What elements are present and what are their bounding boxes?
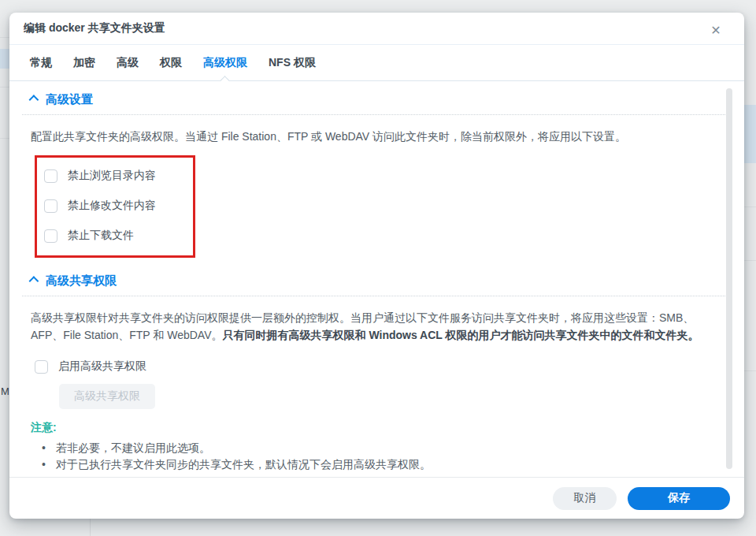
checkbox-row-enable-advanced-share-permissions[interactable]: 启用高级共享权限 [28,357,732,376]
red-annotation-box: 禁止浏览目录内容 禁止修改文件内容 禁止下载文件 [35,155,195,258]
tab-general[interactable]: 常规 [30,46,52,80]
advanced-share-permissions-description: 高级共享权限针对共享文件夹的访问权限提供一层额外的控制权。当用户通过以下文件服务… [31,309,732,344]
note-item: • 若非必要，不建议启用此选项。 [42,440,732,456]
vertical-scrollbar-thumb[interactable] [726,88,732,469]
section-header-advanced-share-permissions[interactable]: 高级共享权限 [22,270,732,296]
bullet-icon: • [42,440,46,456]
checkbox-label: 禁止修改文件内容 [68,199,156,213]
note-item: • 对于已执行共享文件夹同步的共享文件夹，默认情况下会启用高级共享权限。 [42,456,732,473]
background-row-divider [0,138,9,139]
section-header-advanced-settings[interactable]: 高级设置 [22,89,732,115]
disable-downloading-checkbox[interactable] [44,229,57,243]
background-selected-row-left [0,49,9,69]
background-column-divider [90,519,91,536]
checkbox-row-disable-browsing[interactable]: 禁止浏览目录内容 [37,161,193,191]
chevron-up-icon [29,95,39,105]
save-button[interactable]: 保存 [628,487,730,510]
tab-nfs-permissions[interactable]: NFS 权限 [269,46,316,80]
disable-modifying-checkbox[interactable] [44,199,57,213]
tab-advanced[interactable]: 高级 [117,46,139,80]
note-list: • 若非必要，不建议启用此选项。 • 对于已执行共享文件夹同步的共享文件夹，默认… [31,440,732,473]
enable-advanced-share-permissions-checkbox[interactable] [35,360,48,374]
background-row-divider [744,370,756,371]
checkbox-label: 启用高级共享权限 [58,359,146,374]
section-title: 高级设置 [46,92,93,107]
description-bold: 只有同时拥有高级共享权限和 Windows ACL 权限的用户才能访问共享文件夹… [223,329,699,341]
dialog-title: 编辑 docker 共享文件夹设置 [24,21,165,35]
cancel-button[interactable]: 取消 [553,487,617,510]
background-selected-row-right [744,105,756,163]
note-title: 注意: [31,421,732,435]
dialog-header: 编辑 docker 共享文件夹设置 [9,13,744,45]
background-row-divider [0,87,9,87]
checkbox-label: 禁止下载文件 [68,229,134,243]
checkbox-row-disable-downloading[interactable]: 禁止下载文件 [37,221,193,251]
disable-browsing-checkbox[interactable] [44,169,57,183]
tab-advanced-permissions[interactable]: 高级权限 [203,46,247,80]
note-item-text: 对于已执行共享文件夹同步的共享文件夹，默认情况下会启用高级共享权限。 [56,456,431,473]
bullet-icon: • [42,456,46,473]
edit-shared-folder-dialog: 编辑 docker 共享文件夹设置 ✕ 常规 加密 高级 权限 高级权限 NFS… [9,13,744,519]
background-row-divider [744,207,756,207]
background-row-divider [744,260,756,261]
tab-permissions[interactable]: 权限 [160,46,182,80]
background-stray-text: M [1,385,9,397]
dialog-content: 高级设置 配置此共享文件夹的高级权限。当通过 File Station、FTP … [9,81,744,477]
advanced-share-permissions-button[interactable]: 高级共享权限 [59,384,155,409]
checkbox-label: 禁止浏览目录内容 [68,169,156,183]
background-row-divider [0,37,9,38]
section-title: 高级共享权限 [46,274,117,288]
close-icon[interactable]: ✕ [706,20,725,39]
tab-bar: 常规 加密 高级 权限 高级权限 NFS 权限 [9,45,744,81]
dialog-footer: 取消 保存 [9,477,744,519]
checkbox-row-disable-modifying[interactable]: 禁止修改文件内容 [37,191,193,221]
advanced-settings-description: 配置此共享文件夹的高级权限。当通过 File Station、FTP 或 Web… [31,128,732,145]
chevron-up-icon [29,276,39,286]
tab-encryption[interactable]: 加密 [73,46,95,80]
note-item-text: 若非必要，不建议启用此选项。 [56,440,210,456]
